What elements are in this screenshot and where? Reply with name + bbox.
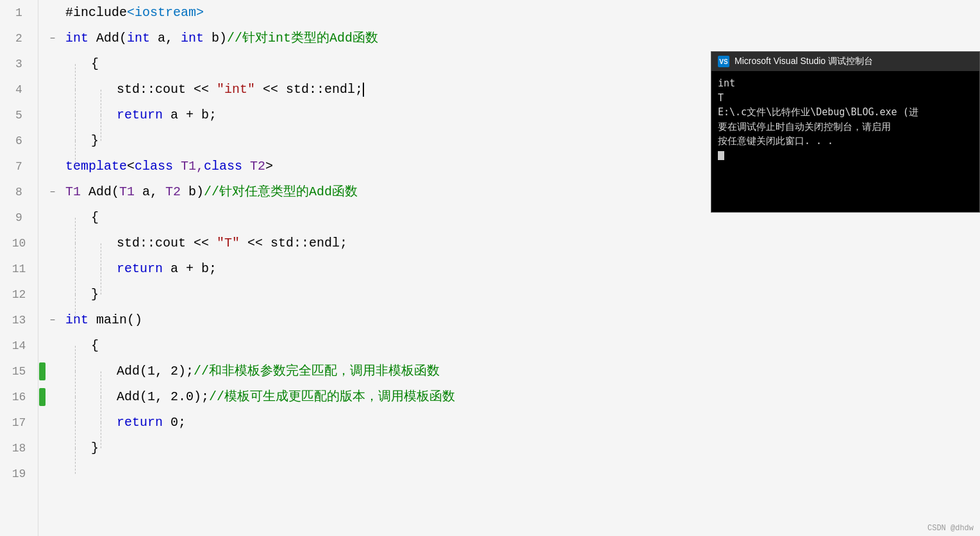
collapse-cell-14 bbox=[46, 333, 59, 359]
guide-0 bbox=[75, 371, 76, 397]
guide-0 bbox=[75, 90, 76, 115]
guide-1 bbox=[101, 115, 101, 141]
code-line-16: Add(1, 2.0);//模板可生成更匹配的版本，调用模板函数 bbox=[65, 384, 980, 410]
collapse-cell-12 bbox=[46, 282, 59, 307]
line-number-2: 2 bbox=[0, 26, 38, 51]
bp-cell-6[interactable] bbox=[38, 128, 46, 154]
line-number-14: 14 bbox=[0, 333, 38, 359]
token-8-4: T2 bbox=[165, 179, 181, 205]
token-2-5: b) bbox=[204, 26, 227, 51]
code-line-15: Add(1, 2);//和非模板参数完全匹配，调用非模板函数 bbox=[65, 359, 980, 384]
token-2-3: a, bbox=[150, 26, 181, 51]
vs-icon: VS bbox=[718, 56, 729, 67]
bp-cell-11[interactable] bbox=[38, 256, 46, 282]
token-2-2: int bbox=[127, 26, 150, 51]
line-number-17: 17 bbox=[0, 410, 38, 435]
code-line-19 bbox=[65, 461, 980, 487]
token-7-4: class bbox=[204, 154, 242, 179]
breakpoint-col bbox=[38, 0, 46, 536]
bp-cell-17[interactable] bbox=[38, 410, 46, 435]
watermark: CSDN @dhdw bbox=[927, 524, 974, 533]
text-cursor bbox=[363, 83, 364, 97]
collapse-col[interactable]: −−− bbox=[46, 0, 59, 536]
code-line-12: } bbox=[65, 282, 980, 307]
token-1-0: #include bbox=[65, 0, 127, 26]
token-11-0: return bbox=[117, 256, 163, 282]
collapse-cell-1 bbox=[46, 0, 59, 26]
line-numbers: 12345678910111213141516171819 bbox=[0, 0, 38, 536]
line-number-7: 7 bbox=[0, 154, 38, 179]
guide-1 bbox=[101, 423, 101, 448]
token-5-1: a + b; bbox=[163, 102, 217, 128]
line-number-10: 10 bbox=[0, 231, 38, 256]
guide-0 bbox=[75, 448, 76, 474]
bp-cell-10[interactable] bbox=[38, 231, 46, 256]
bp-cell-19[interactable] bbox=[38, 461, 46, 487]
bp-cell-5[interactable] bbox=[38, 102, 46, 128]
bp-cell-4[interactable] bbox=[38, 77, 46, 102]
code-line-17: return 0; bbox=[65, 410, 980, 435]
console-overlay[interactable]: VS Microsoft Visual Studio 调试控制台 intTE:\… bbox=[711, 51, 980, 213]
line-number-6: 6 bbox=[0, 128, 38, 154]
collapse-cell-8[interactable]: − bbox=[46, 179, 59, 205]
token-5-0: return bbox=[117, 102, 163, 128]
line-number-3: 3 bbox=[0, 51, 38, 77]
collapse-cell-10 bbox=[46, 231, 59, 256]
bp-cell-8[interactable] bbox=[38, 179, 46, 205]
guide-0 bbox=[75, 115, 76, 141]
guide-0 bbox=[75, 218, 76, 243]
bp-cell-14[interactable] bbox=[38, 333, 46, 359]
collapse-cell-3 bbox=[46, 51, 59, 77]
token-4-1: "int" bbox=[217, 77, 255, 102]
token-6-0: } bbox=[91, 128, 99, 154]
line-number-16: 16 bbox=[0, 384, 38, 410]
collapse-cell-18 bbox=[46, 435, 59, 461]
token-1-1: <iostream> bbox=[127, 0, 204, 26]
console-line-3: E:\.c文件\比特作业\Debug\BLOG.exe (进 bbox=[718, 105, 973, 120]
bp-cell-3[interactable] bbox=[38, 51, 46, 77]
bp-cell-13[interactable] bbox=[38, 307, 46, 333]
token-8-0: T1 bbox=[65, 179, 81, 205]
guide-0 bbox=[75, 64, 76, 90]
code-line-14: { bbox=[65, 333, 980, 359]
console-body: intTE:\.c文件\比特作业\Debug\BLOG.exe (进要在调试停止… bbox=[711, 71, 979, 212]
guide-0 bbox=[75, 269, 76, 295]
token-17-0: return bbox=[117, 410, 163, 435]
token-10-2: << std::endl; bbox=[240, 231, 347, 256]
bp-cell-9[interactable] bbox=[38, 205, 46, 231]
console-cursor bbox=[718, 149, 973, 160]
guide-1 bbox=[101, 243, 101, 269]
guide-1 bbox=[101, 269, 101, 295]
bp-cell-15[interactable] bbox=[38, 359, 46, 384]
collapse-cell-11 bbox=[46, 256, 59, 282]
token-2-1: Add( bbox=[88, 26, 127, 51]
token-16-1: //模板可生成更匹配的版本，调用模板函数 bbox=[209, 384, 455, 410]
bp-cell-12[interactable] bbox=[38, 282, 46, 307]
token-16-0: Add(1, 2.0); bbox=[117, 384, 209, 410]
token-7-3: T1, bbox=[173, 154, 204, 179]
code-editor: 12345678910111213141516171819 −−− #inclu… bbox=[0, 0, 980, 536]
guide-0 bbox=[75, 397, 76, 423]
token-13-0: int bbox=[65, 307, 88, 333]
token-4-2: << std::endl; bbox=[255, 77, 363, 102]
bp-cell-2[interactable] bbox=[38, 26, 46, 51]
guide-0 bbox=[75, 295, 76, 320]
guide-0 bbox=[75, 423, 76, 448]
collapse-cell-13[interactable]: − bbox=[46, 307, 59, 333]
collapse-cell-16 bbox=[46, 384, 59, 410]
bp-cell-1[interactable] bbox=[38, 0, 46, 26]
bp-cell-7[interactable] bbox=[38, 154, 46, 179]
line-number-8: 8 bbox=[0, 179, 38, 205]
collapse-cell-19 bbox=[46, 461, 59, 487]
line-number-18: 18 bbox=[0, 435, 38, 461]
bp-cell-18[interactable] bbox=[38, 435, 46, 461]
collapse-cell-2[interactable]: − bbox=[46, 26, 59, 51]
token-8-6: //针对任意类型的Add函数 bbox=[204, 179, 358, 205]
token-15-0: Add(1, 2); bbox=[117, 359, 194, 384]
bp-cell-16[interactable] bbox=[38, 384, 46, 410]
token-15-1: //和非模板参数完全匹配，调用非模板函数 bbox=[194, 359, 440, 384]
console-line-4: 要在调试停止时自动关闭控制台，请启用 bbox=[718, 120, 973, 134]
console-titlebar: VS Microsoft Visual Studio 调试控制台 bbox=[711, 52, 979, 71]
console-title: Microsoft Visual Studio 调试控制台 bbox=[735, 56, 873, 67]
token-18-0: } bbox=[91, 435, 99, 461]
